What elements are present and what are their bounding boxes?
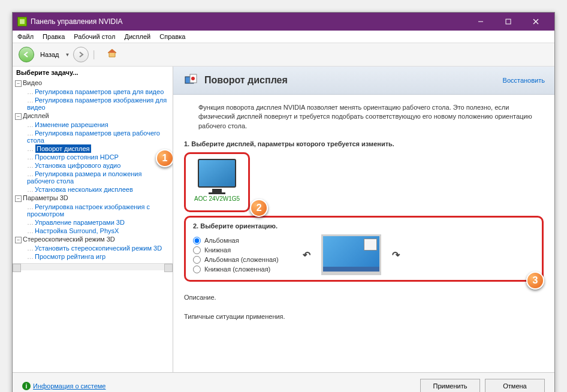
tree-toggle-icon[interactable]: − [15, 80, 22, 87]
radio-portrait-flipped[interactable]: Книжная (сложенная) [193, 266, 279, 273]
menu-help[interactable]: Справка [159, 33, 185, 40]
orientation-preview-icon [321, 234, 381, 275]
toolbar: Назад ▼ | [13, 43, 554, 67]
link-surround[interactable]: Настройка Surround, PhysX [34, 227, 120, 235]
link-video-image[interactable]: Регулировка параметров изображения для в… [27, 96, 167, 111]
titlebar[interactable]: Панель управления NVIDIA [13, 13, 554, 31]
sidebar-scrollbar[interactable] [13, 263, 173, 270]
page-title: Поворот дисплея [204, 75, 503, 86]
link-rotate-display[interactable]: Поворот дисплея [35, 144, 91, 153]
callout-badge: 2 [250, 199, 268, 217]
typical-heading: Типичные ситуации применения. [184, 313, 544, 320]
radio-portrait[interactable]: Книжная [193, 246, 279, 254]
nvidia-control-panel-window: Панель управления NVIDIA Файл Правка Раб… [12, 12, 555, 392]
system-info-link[interactable]: Информация о системе [33, 382, 105, 390]
menu-desktop[interactable]: Рабочий стол [74, 33, 115, 40]
content-header: Поворот дисплея Восстановить [173, 67, 554, 95]
back-dropdown-icon[interactable]: ▼ [65, 52, 70, 58]
rotate-ccw-button[interactable]: ↶ [303, 249, 310, 261]
link-stereo-enable[interactable]: Установить стереоскопический режим 3D [34, 244, 163, 252]
tree-stereo: Стереоскопический режим 3D [23, 236, 115, 243]
forward-button[interactable] [73, 47, 89, 62]
menubar: Файл Правка Рабочий стол Дисплей Справка [13, 31, 554, 43]
home-button[interactable] [106, 47, 118, 62]
close-button[interactable] [522, 13, 550, 31]
task-sidebar: Выберите задачу... −Видео Регулировка па… [13, 67, 173, 372]
link-desktop-size[interactable]: Регулировка размера и положения рабочего… [27, 170, 141, 185]
back-label: Назад [40, 51, 59, 58]
tree-toggle-icon[interactable]: − [15, 113, 22, 120]
restore-link[interactable]: Восстановить [503, 77, 545, 84]
link-resolution[interactable]: Изменение разрешения [34, 120, 110, 129]
radio-landscape-flipped[interactable]: Альбомная (сложенная) [193, 256, 279, 264]
rotate-cw-button[interactable]: ↷ [392, 249, 400, 261]
link-multi-display[interactable]: Установка нескольких дисплеев [34, 185, 134, 194]
tree-toggle-icon[interactable]: − [15, 195, 22, 202]
footer: i Информация о системе Применить Отмена [13, 372, 554, 392]
annotation-highlight: AOC 24V2W1G5 [184, 152, 250, 212]
apply-button[interactable]: Применить [420, 379, 480, 392]
display-selector[interactable]: AOC 24V2W1G5 [194, 159, 240, 202]
rotate-display-icon [183, 73, 198, 88]
tree-display: Дисплей [23, 112, 49, 119]
info-icon: i [22, 382, 31, 390]
link-3d-manage[interactable]: Управление параметрами 3D [34, 218, 126, 227]
back-button[interactable] [19, 47, 34, 62]
svg-rect-1 [506, 19, 511, 24]
description-text: Функция поворота дисплея NVIDIA позволяе… [184, 103, 544, 131]
annotation-highlight: 2. Выберите ориентацию. Альбомная Книжна… [184, 216, 544, 282]
menu-file[interactable]: Файл [17, 33, 34, 40]
cancel-button[interactable]: Отмена [485, 379, 545, 392]
svg-point-6 [191, 77, 195, 80]
link-digital-audio[interactable]: Установка цифрового аудио [34, 161, 122, 170]
display-name: AOC 24V2W1G5 [194, 195, 240, 202]
link-3d-preview[interactable]: Регулировка настроек изображения с просм… [27, 203, 150, 218]
monitor-icon [198, 159, 236, 188]
step2-label: 2. Выберите ориентацию. [193, 222, 535, 230]
link-desktop-color[interactable]: Регулировка параметров цвета рабочего ст… [27, 129, 160, 144]
step1-label: 1. Выберите дисплей, параметры которого … [184, 140, 544, 147]
nvidia-icon [17, 17, 27, 26]
link-hdcp[interactable]: Просмотр состояния HDCP [34, 153, 120, 161]
menu-display[interactable]: Дисплей [124, 33, 150, 40]
sidebar-title: Выберите задачу... [13, 67, 173, 79]
minimize-button[interactable] [467, 13, 494, 31]
content-pane: Поворот дисплея Восстановить Функция пов… [173, 67, 554, 372]
radio-landscape[interactable]: Альбомная [193, 237, 279, 245]
tree-toggle-icon[interactable]: − [15, 237, 22, 243]
tree-3d: Параметры 3D [23, 194, 68, 201]
callout-badge: 3 [526, 272, 544, 290]
window-title: Панель управления NVIDIA [31, 17, 467, 26]
description-heading: Описание. [184, 294, 544, 301]
tree-video: Видео [23, 79, 42, 86]
maximize-button[interactable] [494, 13, 522, 31]
menu-edit[interactable]: Правка [43, 33, 65, 40]
link-game-rating[interactable]: Просмотр рейтинга игр [34, 252, 107, 261]
callout-badge: 1 [156, 149, 173, 167]
link-video-color[interactable]: Регулировка параметров цвета для видео [34, 88, 165, 96]
